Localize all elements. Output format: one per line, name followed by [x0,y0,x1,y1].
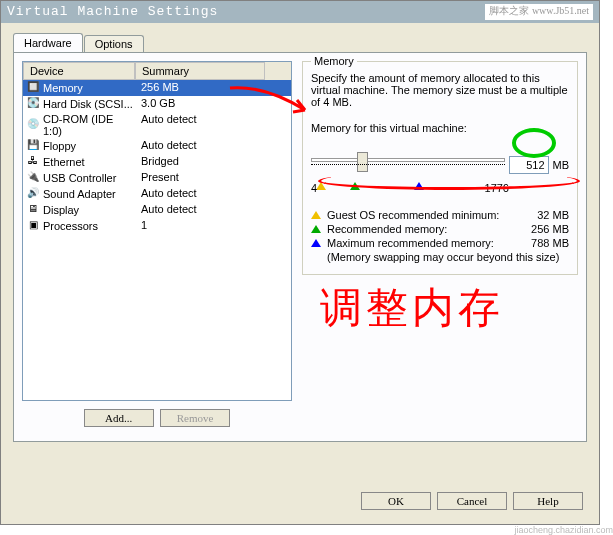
marker-rec-icon [350,182,360,190]
device-name: Hard Disk (SCSI... [43,98,133,110]
tab-content: Device Summary 🔲Memory256 MB💽Hard Disk (… [13,52,587,442]
list-header: Device Summary [23,62,291,80]
device-summary: Auto detect [135,113,265,137]
device-name: CD-ROM (IDE 1:0) [43,113,135,137]
memory-description: Specify the amount of memory allocated t… [311,72,569,108]
table-row[interactable]: 🔲Memory256 MB [23,80,291,96]
legend-min-text: Guest OS recommended minimum: [327,209,513,221]
help-button[interactable]: Help [513,492,583,510]
legend-max-icon [311,239,321,247]
device-name: Processors [43,220,98,232]
table-row[interactable]: ▣Processors1 [23,218,291,234]
tab-options[interactable]: Options [84,35,144,52]
table-row[interactable]: 🔊Sound AdapterAuto detect [23,186,291,202]
table-row[interactable]: 🖧EthernetBridged [23,154,291,170]
window-title: Virtual Machine Settings [7,4,218,20]
marker-min-icon [316,182,326,190]
memory-group-title: Memory [311,55,357,67]
device-summary: Auto detect [135,203,265,217]
legend-max-val: 788 MB [519,237,569,249]
tab-strip: Hardware Options [13,33,599,52]
table-row[interactable]: 💾FloppyAuto detect [23,138,291,154]
scale-max: 1776 [485,182,509,194]
device-name: Display [43,204,79,216]
device-icon: 🖥 [25,203,41,217]
device-name: Sound Adapter [43,188,116,200]
device-icon: 🔌 [25,171,41,185]
legend-min-icon [311,211,321,219]
device-summary: 256 MB [135,81,265,95]
device-icon: 🔊 [25,187,41,201]
device-icon: 🖧 [25,155,41,169]
memory-label: Memory for this virtual machine: [311,122,569,134]
memory-slider[interactable] [311,150,505,180]
device-summary: 1 [135,219,265,233]
device-summary: Present [135,171,265,185]
legend-rec-text: Recommended memory: [327,223,513,235]
remove-button[interactable]: Remove [160,409,231,427]
table-row[interactable]: 🖥DisplayAuto detect [23,202,291,218]
legend-min-val: 32 MB [519,209,569,221]
device-icon: 💽 [25,97,41,111]
col-summary-header[interactable]: Summary [135,62,265,80]
titlebar: Virtual Machine Settings 脚本之家 www.Jb51.n… [1,1,599,23]
col-device-header[interactable]: Device [23,62,135,80]
device-name: USB Controller [43,172,116,184]
ok-button[interactable]: OK [361,492,431,510]
marker-max-icon [414,182,424,190]
device-icon: 💿 [25,118,41,132]
watermark: jiaocheng.chazidian.com [514,525,613,535]
device-summary: Bridged [135,155,265,169]
tab-hardware[interactable]: Hardware [13,33,83,52]
site-tag: 脚本之家 www.Jb51.net [485,4,593,20]
device-name: Ethernet [43,156,85,168]
device-name: Memory [43,82,83,94]
device-summary: Auto detect [135,139,265,153]
device-icon: 💾 [25,139,41,153]
scale-min: 4 [311,182,317,194]
table-row[interactable]: 💿CD-ROM (IDE 1:0)Auto detect [23,112,291,138]
device-name: Floppy [43,140,76,152]
add-button[interactable]: Add... [84,409,154,427]
device-icon: 🔲 [25,81,41,95]
device-list: Device Summary 🔲Memory256 MB💽Hard Disk (… [22,61,292,401]
cancel-button[interactable]: Cancel [437,492,507,510]
memory-input[interactable] [509,156,549,174]
table-row[interactable]: 💽Hard Disk (SCSI...3.0 GB [23,96,291,112]
table-row[interactable]: 🔌USB ControllerPresent [23,170,291,186]
device-summary: 3.0 GB [135,97,265,111]
legend-swap-text: (Memory swapping may occur beyond this s… [327,251,569,263]
legend-rec-val: 256 MB [519,223,569,235]
memory-unit: MB [553,159,570,171]
legend-rec-icon [311,225,321,233]
device-icon: ▣ [25,219,41,233]
memory-group: Memory Specify the amount of memory allo… [302,61,578,275]
slider-thumb[interactable] [357,152,368,172]
legend-max-text: Maximum recommended memory: [327,237,513,249]
device-summary: Auto detect [135,187,265,201]
